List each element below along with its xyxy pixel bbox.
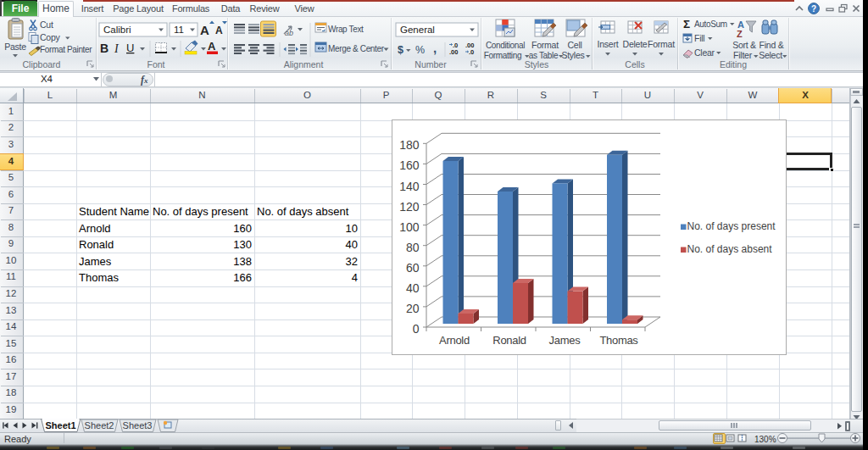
svg-text:180: 180 xyxy=(399,138,420,152)
svg-text:Insert: Insert xyxy=(598,39,619,49)
svg-text:,: , xyxy=(433,41,437,55)
svg-text:Clear: Clear xyxy=(694,47,715,58)
svg-text:120: 120 xyxy=(399,200,420,214)
svg-text:.00: .00 xyxy=(449,48,458,56)
svg-text:Sheet1: Sheet1 xyxy=(45,420,75,431)
svg-text:Select: Select xyxy=(759,50,782,60)
svg-text:I: I xyxy=(114,42,120,55)
svg-text:Delete: Delete xyxy=(623,39,648,49)
svg-text:160: 160 xyxy=(399,158,420,172)
svg-text:Sheet2: Sheet2 xyxy=(85,420,114,431)
svg-text:ab: ab xyxy=(285,29,293,37)
svg-text:Ronald: Ronald xyxy=(492,334,526,347)
svg-text:$: $ xyxy=(398,44,403,56)
svg-text:Wrap Text: Wrap Text xyxy=(328,25,364,34)
svg-text:140: 140 xyxy=(399,180,420,193)
svg-text:A: A xyxy=(208,40,216,53)
svg-text:A: A xyxy=(215,25,223,36)
svg-text:Find &: Find & xyxy=(760,40,784,50)
svg-text:A: A xyxy=(200,23,209,37)
svg-text:20: 20 xyxy=(406,302,420,315)
svg-text:80: 80 xyxy=(406,241,420,254)
svg-text:James: James xyxy=(549,334,581,347)
svg-text:%: % xyxy=(415,44,425,56)
svg-text:Format Painter: Format Painter xyxy=(40,45,92,54)
svg-text:Copy: Copy xyxy=(40,32,61,42)
svg-text:Merge & Center: Merge & Center xyxy=(328,44,385,53)
svg-text:Cut: Cut xyxy=(40,19,53,30)
svg-text:Format: Format xyxy=(531,40,559,50)
svg-text:Fill: Fill xyxy=(694,33,704,43)
svg-text:as Table: as Table xyxy=(529,51,559,60)
svg-text:B: B xyxy=(100,42,108,55)
svg-text:U: U xyxy=(126,42,134,54)
svg-text:Sort &: Sort & xyxy=(732,40,756,50)
svg-text:Σ: Σ xyxy=(683,18,690,31)
svg-text:No. of days absent: No. of days absent xyxy=(687,243,773,255)
svg-text:0: 0 xyxy=(413,322,420,336)
svg-text:AutoSum: AutoSum xyxy=(694,19,727,29)
svg-text:40: 40 xyxy=(406,281,420,295)
svg-text:No. of days present: No. of days present xyxy=(687,220,776,232)
svg-text:General: General xyxy=(400,25,435,35)
svg-text:Format: Format xyxy=(648,39,675,49)
svg-text:Styles: Styles xyxy=(561,50,584,60)
svg-text:Cell: Cell xyxy=(567,40,581,50)
svg-text:Z: Z xyxy=(737,29,743,39)
svg-text:Formatting: Formatting xyxy=(484,51,521,60)
svg-text:Thomas: Thomas xyxy=(599,334,638,347)
svg-text:Arnold: Arnold xyxy=(439,334,470,347)
svg-text:Filter: Filter xyxy=(733,50,753,60)
svg-text:Calibri: Calibri xyxy=(103,25,131,35)
svg-text:Conditional: Conditional xyxy=(486,41,525,50)
svg-text:11: 11 xyxy=(174,25,184,35)
svg-text:Sheet3: Sheet3 xyxy=(123,420,153,431)
svg-text:100: 100 xyxy=(399,220,420,234)
svg-text:Paste: Paste xyxy=(4,42,26,52)
svg-text:60: 60 xyxy=(406,261,420,275)
svg-text:.0: .0 xyxy=(469,48,474,56)
